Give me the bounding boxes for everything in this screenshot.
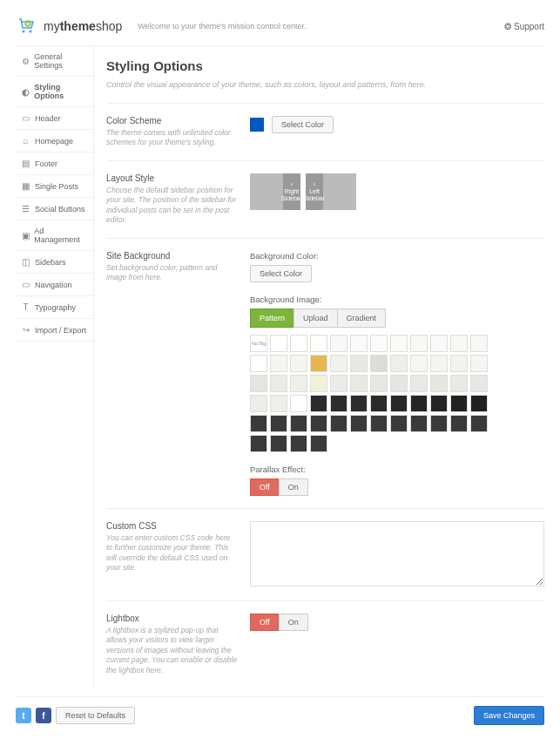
pattern-swatch[interactable]: [390, 395, 408, 412]
pattern-swatch[interactable]: [310, 355, 327, 372]
pattern-swatch[interactable]: [310, 375, 327, 392]
sidebar-item-styling-options[interactable]: ◐Styling Options: [16, 77, 93, 107]
pattern-swatch[interactable]: [370, 335, 388, 352]
pattern-swatch[interactable]: [350, 415, 368, 432]
pattern-swatch[interactable]: [470, 375, 488, 392]
sidebar-item-import-export[interactable]: ↪Import / Export: [16, 319, 93, 342]
pattern-swatch[interactable]: [370, 355, 388, 372]
layout-option-right-sidebar[interactable]: ›RightSidebar: [250, 173, 300, 210]
pattern-swatch[interactable]: [270, 415, 287, 432]
pattern-swatch[interactable]: [310, 395, 327, 412]
pattern-swatch[interactable]: [310, 335, 327, 352]
pattern-swatch[interactable]: [390, 355, 408, 372]
sidebar-item-homepage[interactable]: ⌂Homepage: [16, 130, 93, 153]
sidebar-item-social-buttons[interactable]: ☰Social Buttons: [16, 198, 93, 220]
parallax-off[interactable]: Off: [250, 478, 280, 496]
pattern-swatch[interactable]: [330, 355, 347, 372]
custom-css-textarea[interactable]: [250, 521, 544, 587]
sidebar-item-label: Single Posts: [35, 182, 78, 191]
sidebar-item-label: Typography: [35, 303, 76, 312]
pattern-swatch[interactable]: [410, 395, 428, 412]
pattern-swatch[interactable]: [450, 375, 468, 392]
pattern-swatch[interactable]: [330, 375, 347, 392]
pattern-swatch[interactable]: [270, 435, 287, 452]
sidebar-item-sidebars[interactable]: ◫Sidebars: [16, 251, 93, 274]
pattern-swatch[interactable]: [450, 395, 468, 412]
pattern-swatch[interactable]: [370, 375, 388, 392]
pattern-swatch[interactable]: [290, 395, 307, 412]
tab-gradient[interactable]: Gradient: [337, 309, 387, 328]
pattern-swatch[interactable]: [370, 415, 388, 432]
pattern-swatch[interactable]: [250, 375, 267, 392]
pattern-swatch[interactable]: [290, 415, 307, 432]
sidebar-item-navigation[interactable]: ▭Navigation: [16, 274, 93, 296]
pattern-swatch[interactable]: [430, 355, 448, 372]
pattern-swatch[interactable]: [450, 415, 468, 432]
pattern-swatch[interactable]: [390, 335, 408, 352]
pattern-swatch[interactable]: [430, 395, 448, 412]
pattern-swatch[interactable]: [270, 355, 287, 372]
pattern-swatch[interactable]: [350, 355, 368, 372]
layout-style-title: Layout Style: [106, 173, 238, 183]
reset-defaults-button[interactable]: Reset to Defaults: [56, 707, 135, 724]
pattern-swatch[interactable]: [470, 355, 488, 372]
sidebar-item-ad-management[interactable]: ▣Ad Management: [16, 220, 93, 251]
lightbox-off[interactable]: Off: [250, 614, 280, 631]
pattern-swatch[interactable]: [410, 355, 428, 372]
save-changes-button[interactable]: Save Changes: [474, 706, 544, 725]
pattern-no-bg[interactable]: No Bg: [250, 335, 267, 352]
pattern-swatch[interactable]: [370, 395, 388, 412]
tab-pattern[interactable]: Pattern: [250, 309, 294, 328]
support-link[interactable]: ❂ Support: [504, 22, 544, 31]
section-layout-style: Layout Style Choose the default sidebar …: [106, 160, 544, 238]
sidebar-item-footer[interactable]: ▤Footer: [16, 153, 93, 175]
pattern-swatch[interactable]: [270, 335, 287, 352]
pattern-swatch[interactable]: [290, 335, 307, 352]
pattern-swatch[interactable]: [470, 395, 488, 412]
pattern-swatch[interactable]: [250, 415, 267, 432]
pattern-swatch[interactable]: [470, 335, 488, 352]
pattern-swatch[interactable]: [250, 355, 267, 372]
lightbox-on[interactable]: On: [279, 614, 308, 631]
pattern-swatch[interactable]: [310, 415, 327, 432]
pattern-swatch[interactable]: [290, 375, 307, 392]
pattern-swatch[interactable]: [330, 415, 347, 432]
pattern-swatch[interactable]: [450, 355, 468, 372]
facebook-icon[interactable]: f: [36, 708, 51, 723]
sidebar-item-general-settings[interactable]: ⚙General Settings: [16, 46, 93, 77]
layout-option-left-sidebar[interactable]: ‹LeftSidebar: [306, 173, 356, 210]
pattern-swatch[interactable]: [330, 395, 347, 412]
parallax-on[interactable]: On: [279, 478, 308, 496]
sidebar-item-label: Header: [35, 114, 61, 123]
color-swatch[interactable]: [250, 118, 264, 132]
pattern-swatch[interactable]: [270, 375, 287, 392]
pattern-swatch[interactable]: [250, 435, 267, 452]
pattern-swatch[interactable]: [350, 335, 368, 352]
pattern-swatch[interactable]: [410, 335, 428, 352]
sidebar-item-single-posts[interactable]: ▦Single Posts: [16, 175, 93, 198]
pattern-swatch[interactable]: [270, 395, 287, 412]
select-color-button[interactable]: Select Color: [272, 116, 334, 133]
pattern-swatch[interactable]: [390, 375, 408, 392]
tab-upload[interactable]: Upload: [293, 309, 338, 328]
sidebar-item-typography[interactable]: TTypography: [16, 296, 93, 319]
pattern-swatch[interactable]: [430, 375, 448, 392]
pattern-swatch[interactable]: [310, 435, 327, 452]
pattern-swatch[interactable]: [290, 435, 307, 452]
sidebar-item-header[interactable]: ▭Header: [16, 107, 93, 130]
pattern-swatch[interactable]: [430, 335, 448, 352]
pattern-swatch[interactable]: [410, 415, 428, 432]
pattern-swatch[interactable]: [410, 375, 428, 392]
pattern-swatch[interactable]: [350, 375, 368, 392]
nav-icon: ▦: [21, 181, 30, 191]
bgcolor-select-button[interactable]: Select Color: [250, 265, 312, 282]
pattern-swatch[interactable]: [330, 335, 347, 352]
pattern-swatch[interactable]: [250, 395, 267, 412]
pattern-swatch[interactable]: [350, 395, 368, 412]
twitter-icon[interactable]: t: [16, 708, 31, 723]
pattern-swatch[interactable]: [470, 415, 488, 432]
pattern-swatch[interactable]: [430, 415, 448, 432]
pattern-swatch[interactable]: [450, 335, 468, 352]
pattern-swatch[interactable]: [290, 355, 307, 372]
pattern-swatch[interactable]: [390, 415, 408, 432]
